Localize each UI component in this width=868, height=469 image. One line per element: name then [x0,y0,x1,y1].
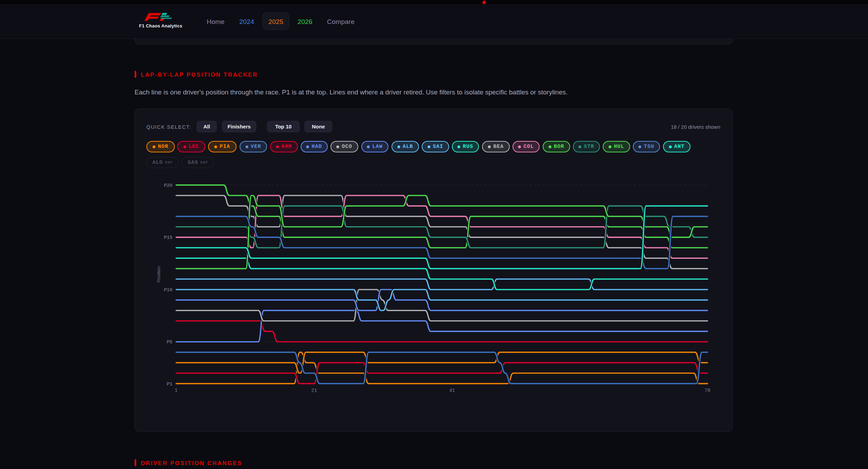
svg-text:P20: P20 [164,183,172,188]
svg-text:P10: P10 [164,287,172,293]
svg-text:41: 41 [449,388,455,393]
svg-text:P5: P5 [167,340,172,345]
svg-text:21: 21 [311,388,317,393]
svg-text:78: 78 [705,388,711,393]
svg-text:P15: P15 [164,235,172,240]
svg-text:P1: P1 [167,382,172,387]
svg-text:1: 1 [175,388,178,393]
svg-text:Position: Position [156,266,161,282]
